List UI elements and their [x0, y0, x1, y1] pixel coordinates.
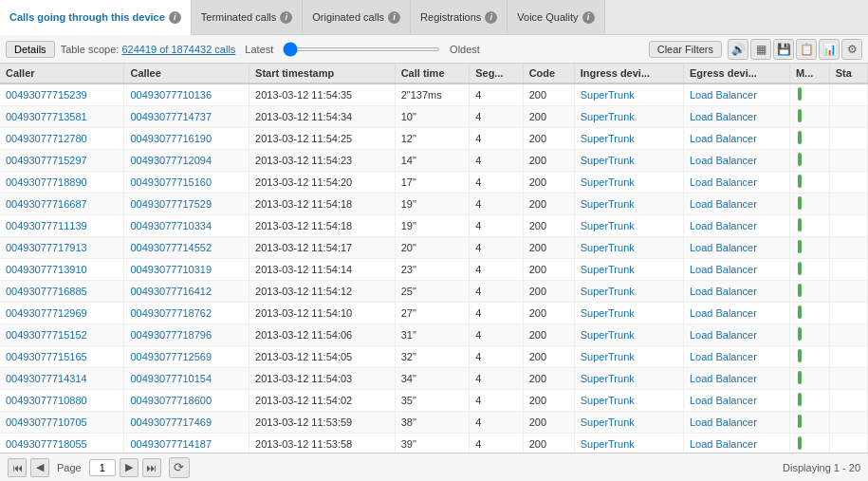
table-row[interactable]: 00493077718055004930777141872013-03-12 1… — [0, 434, 868, 453]
refresh-button[interactable]: ⟳ — [169, 457, 190, 478]
table-cell: 00493077718600 — [124, 390, 249, 412]
tab-registrations[interactable]: Registrations i — [411, 0, 508, 34]
table-cell: 2013-03-12 11:54:34 — [249, 106, 396, 128]
clear-filters-button[interactable]: Clear Filters — [649, 41, 722, 58]
tab-terminated-info-icon[interactable]: i — [280, 11, 292, 24]
table-scope-calls-link[interactable]: 624419 of 1874432 calls — [121, 44, 235, 55]
table-cell — [789, 237, 829, 259]
range-slider[interactable] — [283, 47, 440, 51]
table-cell: 200 — [523, 412, 574, 434]
table-cell: 00493077715160 — [124, 172, 249, 194]
table-cell — [829, 303, 867, 324]
table-cell — [829, 412, 867, 434]
table-cell: SuperTrunk — [574, 390, 683, 412]
row-status-indicator — [798, 131, 802, 144]
audio-icon-btn[interactable]: 🔊 — [728, 39, 748, 60]
next-page-button[interactable]: ▶ — [120, 458, 139, 477]
settings-icon-btn[interactable]: ⚙ — [841, 39, 862, 60]
table-row[interactable]: 00493077711139004930777103342013-03-12 1… — [0, 215, 868, 237]
tab-voice-quality-info-icon[interactable]: i — [582, 11, 595, 24]
table-row[interactable]: 00493077713581004930777147372013-03-12 1… — [0, 106, 868, 128]
table-row[interactable]: 00493077716885004930777164122013-03-12 1… — [0, 281, 868, 303]
col-header-sta[interactable]: Sta — [829, 64, 867, 83]
columns-icon-btn[interactable]: ▦ — [750, 39, 771, 60]
col-header-start-timestamp[interactable]: Start timestamp — [249, 64, 396, 83]
col-header-caller[interactable]: Caller — [0, 64, 124, 83]
table-cell: 12" — [395, 128, 470, 150]
table-cell: SuperTrunk — [574, 83, 683, 106]
table-cell: 00493077712094 — [124, 150, 249, 172]
table-cell: 00493077710154 — [124, 368, 249, 390]
table-cell — [829, 346, 867, 368]
table-cell: 4 — [470, 346, 523, 368]
table-row[interactable]: 00493077715152004930777187962013-03-12 1… — [0, 324, 868, 346]
table-row[interactable]: 00493077710880004930777186002013-03-12 1… — [0, 390, 868, 412]
tab-calls-through[interactable]: Calls going through this device i — [0, 0, 192, 35]
table-cell: 4 — [470, 128, 523, 150]
table-row[interactable]: 00493077715239004930777101362013-03-12 1… — [0, 83, 868, 106]
table-cell: 17" — [395, 172, 470, 194]
page-number-input[interactable] — [89, 459, 116, 476]
table-cell: 4 — [470, 324, 523, 346]
table-cell: 4 — [470, 259, 523, 281]
table-scope-text: Table scope: 624419 of 1874432 calls — [61, 44, 236, 55]
first-page-button[interactable]: ⏮ — [8, 458, 27, 477]
table-row[interactable]: 00493077713910004930777103192013-03-12 1… — [0, 259, 868, 281]
table-cell — [789, 259, 829, 281]
table-cell: 23" — [395, 259, 470, 281]
table-cell: SuperTrunk — [574, 128, 683, 150]
prev-page-button[interactable]: ◀ — [30, 458, 49, 477]
tab-originated-info-icon[interactable]: i — [388, 11, 400, 24]
col-header-ingress[interactable]: Ingress devi... — [574, 64, 683, 83]
export-icon-btn[interactable]: 📋 — [796, 39, 817, 60]
col-header-callee[interactable]: Callee — [124, 64, 249, 83]
tab-originated[interactable]: Originated calls i — [303, 0, 411, 34]
table-cell: 2013-03-12 11:54:03 — [249, 368, 396, 390]
table-row[interactable]: 00493077716687004930777175292013-03-12 1… — [0, 194, 868, 215]
table-cell — [829, 128, 867, 150]
col-header-seg[interactable]: Seg... — [470, 64, 523, 83]
table-cell: 00493077715297 — [0, 150, 124, 172]
tab-registrations-info-icon[interactable]: i — [485, 11, 497, 24]
table-cell: 14" — [395, 150, 470, 172]
table-cell — [829, 390, 867, 412]
table-cell: Load Balancer — [683, 106, 789, 128]
tab-calls-through-info-icon[interactable]: i — [169, 11, 181, 24]
table-cell: 2013-03-12 11:54:18 — [249, 194, 396, 215]
table-row[interactable]: 00493077718890004930777151602013-03-12 1… — [0, 172, 868, 194]
table-row[interactable]: 00493077714314004930777101542013-03-12 1… — [0, 368, 868, 390]
tab-voice-quality-label: Voice Quality — [517, 11, 578, 23]
table-row[interactable]: 00493077712969004930777187622013-03-12 1… — [0, 303, 868, 324]
table-cell: 10" — [395, 106, 470, 128]
table-row[interactable]: 00493077712780004930777161902013-03-12 1… — [0, 128, 868, 150]
table-cell — [789, 346, 829, 368]
table-cell — [789, 434, 829, 453]
col-header-call-time[interactable]: Call time — [395, 64, 470, 83]
table-cell — [789, 150, 829, 172]
last-page-button[interactable]: ⏭ — [142, 458, 161, 477]
table-container: Caller Callee Start timestamp Call time … — [0, 64, 868, 453]
table-row[interactable]: 00493077715165004930777125692013-03-12 1… — [0, 346, 868, 368]
table-row[interactable]: 00493077717913004930777145522013-03-12 1… — [0, 237, 868, 259]
col-header-code[interactable]: Code — [523, 64, 574, 83]
details-button[interactable]: Details — [6, 41, 55, 58]
row-status-indicator — [798, 393, 802, 406]
table-cell: 00493077714552 — [124, 237, 249, 259]
tab-voice-quality[interactable]: Voice Quality i — [508, 0, 604, 34]
table-row[interactable]: 00493077710705004930777174692013-03-12 1… — [0, 412, 868, 434]
row-status-indicator — [798, 305, 802, 319]
table-cell: Load Balancer — [683, 434, 789, 453]
table-cell: SuperTrunk — [574, 237, 683, 259]
table-cell: 200 — [523, 346, 574, 368]
table-cell: Load Balancer — [683, 303, 789, 324]
table-cell: 00493077712969 — [0, 303, 124, 324]
chart-icon-btn[interactable]: 📊 — [819, 39, 840, 60]
table-cell: SuperTrunk — [574, 281, 683, 303]
table-row[interactable]: 00493077715297004930777120942013-03-12 1… — [0, 150, 868, 172]
table-cell: 4 — [470, 412, 523, 434]
row-status-indicator — [798, 175, 802, 188]
save-icon-btn[interactable]: 💾 — [773, 39, 794, 60]
col-header-m[interactable]: M... — [789, 64, 829, 83]
col-header-egress[interactable]: Egress devi... — [683, 64, 789, 83]
tab-terminated[interactable]: Terminated calls i — [192, 0, 303, 34]
